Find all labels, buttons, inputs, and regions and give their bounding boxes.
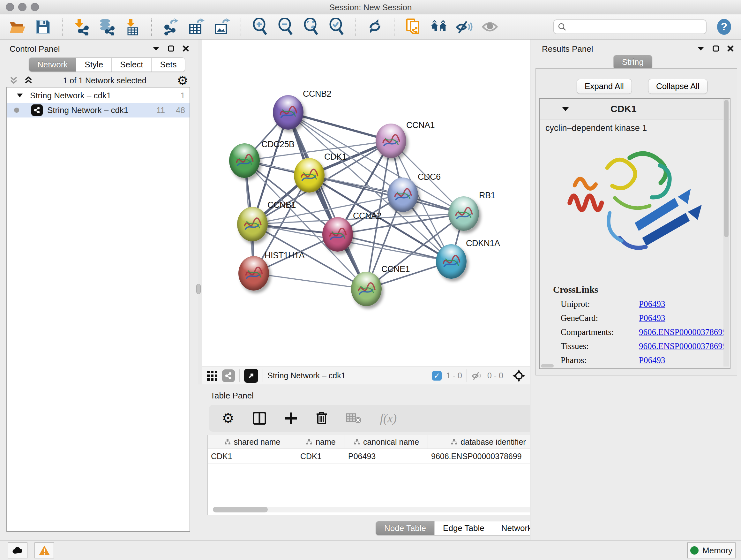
table-options-gear-icon[interactable]: ⚙ [222,411,234,425]
string-results-container: Expand All Collapse All CDK1 cyclin–depe… [536,68,737,375]
save-session-icon[interactable] [35,18,52,36]
show-columns-icon[interactable] [253,412,266,425]
crosslink-link[interactable]: P06493 [639,313,665,323]
tab-node-table[interactable]: Node Table [376,521,434,535]
network-edge[interactable] [254,273,366,289]
node-card-header[interactable]: CDK1 [540,99,730,119]
panel-float-icon[interactable] [713,45,719,52]
results-vertical-scrollbar[interactable] [724,99,729,367]
network-view-toolbar: String Network – cdk1 ✓ 1 - 0 0 - 0 [202,367,530,384]
tree-expander-icon[interactable] [17,93,23,98]
import-network-from-database-icon[interactable] [98,18,116,36]
cloud-status-button[interactable] [8,543,27,558]
tab-edge-table[interactable]: Edge Table [434,521,493,535]
expand-all-button[interactable]: Expand All [577,79,632,94]
panel-float-icon[interactable] [168,45,174,52]
expand-all-networks-icon[interactable] [24,76,32,84]
crosslink-link[interactable]: P06493 [639,299,665,309]
tab-style[interactable]: Style [76,58,111,71]
panel-close-icon[interactable] [183,45,189,52]
delete-column-icon[interactable] [316,412,327,425]
zoom-selected-icon[interactable] [328,18,345,36]
network-canvas[interactable]: CCNB2CCNA1CDC25BCDK1CDC6RB1CCNB1CCNA2CDK… [202,40,530,367]
network-node-ccnb1[interactable] [237,207,268,241]
tab-select[interactable]: Select [111,58,151,71]
splitter-handle[interactable] [196,284,201,294]
zoom-fit-icon[interactable] [302,18,320,36]
scrollbar-thumb[interactable] [213,507,268,512]
memory-button[interactable]: Memory [687,543,736,558]
selected-checkbox-icon[interactable]: ✓ [432,371,442,381]
open-in-window-icon[interactable] [244,369,258,383]
network-node-cdk1[interactable] [294,158,325,192]
open-file-icon[interactable] [9,18,26,36]
crosslink-link[interactable]: 9606.ENSP00000378699 [639,327,727,337]
network-node-ccnb2[interactable] [273,95,304,130]
results-horizontal-scrollbar-thumb[interactable] [541,364,554,368]
network-edges [202,40,530,367]
column-header-canonical-name[interactable]: canonical name [345,435,428,449]
export-image-icon[interactable] [213,18,230,36]
node-label-ccna2: CCNA2 [353,211,381,221]
network-node-cdc25b[interactable] [229,143,260,178]
column-type-icon [224,439,231,445]
first-neighbors-icon[interactable] [430,18,448,36]
column-header-name[interactable]: name [297,435,345,449]
control-panel-title: Control Panel [10,44,60,54]
panel-menu-icon[interactable] [152,46,159,51]
network-birdseye-icon[interactable] [222,369,235,382]
scrollbar-thumb[interactable] [724,100,729,237]
network-node-ccna1[interactable] [376,124,406,158]
collapse-all-button[interactable]: Collapse All [648,79,708,94]
grid-view-icon[interactable] [207,370,218,381]
network-node-cdkn1a[interactable] [436,244,467,279]
crosslink-row: Tissues:9606.ENSP00000378699 [561,341,730,351]
column-header-shared-name[interactable]: shared name [208,435,297,449]
import-network-icon[interactable] [73,18,90,36]
crosslink-link[interactable]: P06493 [639,355,665,365]
table-cell[interactable]: CDK1 [297,449,345,463]
fit-content-crosshair-icon[interactable] [513,369,525,382]
show-all-icon[interactable] [481,18,498,36]
search-field[interactable] [553,19,706,34]
warning-button[interactable] [35,543,54,558]
network-node-rb1[interactable] [448,196,479,231]
add-column-icon[interactable] [285,412,297,425]
collapse-section-icon[interactable] [562,107,569,111]
network-node-hist1h1a[interactable] [239,256,269,291]
network-node-ccne1[interactable] [351,272,382,306]
collapse-all-networks-icon[interactable] [10,76,18,84]
node-details-card: CDK1 cyclin–dependent kinase 1 [539,98,731,369]
hide-selected-icon[interactable] [456,18,473,36]
node-label-ccnb2: CCNB2 [303,89,331,99]
tab-string[interactable]: String [614,55,652,69]
tab-network[interactable]: Network [29,58,76,71]
crosslink-link[interactable]: 9606.ENSP00000378699 [639,341,727,351]
help-icon[interactable]: ? [716,18,733,36]
panel-menu-icon[interactable] [697,46,704,51]
export-network-icon[interactable] [162,18,179,36]
table-cell[interactable]: CDK1 [208,449,297,463]
network-options-gear-icon[interactable]: ⚙ [177,74,188,87]
zoom-in-icon[interactable] [252,18,269,36]
column-header-label: database identifier [461,437,526,447]
panel-close-icon[interactable] [727,45,734,52]
zoom-out-icon[interactable] [277,18,294,36]
clone-network-icon[interactable] [405,18,422,36]
network-collection-row[interactable]: String Network – cdk1 1 [7,87,190,103]
export-table-icon[interactable] [188,18,205,36]
table-cell[interactable]: P06493 [345,449,428,463]
hidden-eye-icon[interactable] [471,371,483,381]
network-edge[interactable] [288,112,366,289]
control-panel: Control Panel Network Style Select Sets … [0,40,198,540]
network-node-ccna2[interactable] [322,217,353,252]
svg-text:?: ? [721,20,728,33]
network-node-cdc6[interactable] [387,178,418,212]
network-row-selected[interactable]: String Network – cdk1 11 48 [7,103,190,118]
import-table-icon[interactable] [124,18,141,36]
tab-sets[interactable]: Sets [151,58,185,71]
crosslink-label: Tissues: [561,341,639,351]
toolbar-separator [508,369,508,382]
refresh-icon[interactable] [366,18,384,36]
search-input[interactable] [569,22,702,32]
